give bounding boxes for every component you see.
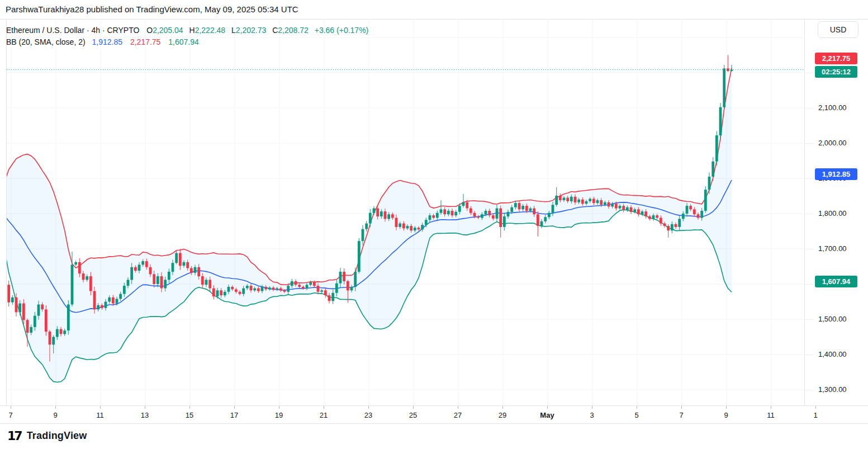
indicator-row: BB (20, SMA, close, 2) 1,912.85 2,217.75…: [6, 36, 372, 48]
close-key: C: [272, 26, 278, 35]
price-axis-tick: [805, 390, 814, 390]
bb-basis-value: 1,912.85: [92, 37, 123, 46]
time-axis-label: 7: [8, 411, 12, 419]
high-key: H: [189, 26, 195, 35]
time-axis-label: 25: [409, 411, 417, 419]
price-axis-tick: [805, 178, 814, 179]
time-axis-label: 19: [275, 411, 283, 419]
time-axis-tick: [11, 406, 11, 409]
time-axis-label: 17: [230, 411, 238, 419]
footer-bar: 17 TradingView: [0, 424, 868, 449]
time-axis-tick: [55, 406, 56, 409]
bb-upper-value: 2,217.75: [130, 37, 161, 46]
change-value: +3.66 (+0.17%): [315, 26, 369, 35]
price-axis-tick: [805, 214, 814, 214]
attribution-text: ParshwaTurakhiya28 published on TradingV…: [6, 4, 298, 14]
time-axis-label: 1: [813, 411, 817, 419]
price-axis-tick: [805, 73, 814, 73]
price-axis-label: 1,700.00: [818, 245, 847, 253]
candlestick-chart[interactable]: [7, 20, 805, 405]
time-axis-label: 11: [767, 411, 775, 419]
price-axis-tick: [805, 249, 814, 249]
high-value: 2,222.48: [195, 26, 226, 35]
time-axis-label: 21: [320, 411, 328, 419]
time-axis-tick: [145, 406, 145, 409]
time-axis-label: 13: [141, 411, 149, 419]
price-axis-label: 1,400.00: [818, 351, 847, 358]
time-axis-tick: [771, 406, 771, 409]
close-value: 2,208.72: [278, 26, 309, 35]
tradingview-logo[interactable]: 17 TradingView: [7, 429, 87, 443]
time-axis-tick: [592, 406, 592, 409]
time-axis-label: 15: [186, 411, 193, 419]
time-axis-tick: [189, 406, 190, 409]
currency-button[interactable]: USD: [818, 21, 858, 38]
chart-legend: Ethereum / U.S. Dollar · 4h · CRYPTO O2,…: [6, 25, 372, 48]
price-axis-label: 2,100.00: [818, 104, 847, 112]
time-axis-label: 29: [499, 411, 506, 419]
time-axis-label: 27: [454, 411, 462, 419]
price-axis-label: 2,000.00: [818, 139, 847, 147]
attribution-bar: ParshwaTurakhiya28 published on TradingV…: [0, 0, 868, 20]
low-value: 2,202.73: [236, 26, 267, 35]
price-axis-tick: [805, 355, 814, 355]
time-axis-label: 3: [590, 411, 594, 419]
time-axis[interactable]: 7911131517192123252729May3579111: [0, 405, 868, 424]
time-axis-tick: [681, 406, 682, 409]
time-axis-label: 9: [53, 411, 57, 419]
time-axis-tick: [726, 406, 727, 409]
symbol-title[interactable]: Ethereum / U.S. Dollar · 4h · CRYPTO: [6, 26, 139, 35]
price-axis-label: 1,300.00: [818, 386, 847, 394]
bb-upper-badge: 2,217.75: [815, 53, 857, 64]
tradingview-logo-text: TradingView: [27, 430, 87, 442]
price-axis[interactable]: USD 2,200.002,100.002,000.001,900.001,80…: [805, 20, 868, 405]
price-axis-tick: [805, 108, 814, 108]
price-axis-tick: [805, 319, 814, 320]
symbol-row: Ethereum / U.S. Dollar · 4h · CRYPTO O2,…: [6, 25, 372, 36]
time-axis-tick: [324, 406, 324, 409]
tradingview-logo-icon: 17: [7, 429, 21, 443]
time-axis-tick: [100, 406, 101, 409]
open-value: 2,205.04: [153, 26, 183, 35]
chart-pane[interactable]: [6, 20, 805, 405]
tradingview-shared-chart: ParshwaTurakhiya28 published on TradingV…: [0, 0, 868, 449]
low-key: L: [231, 26, 236, 35]
time-axis-label: 7: [679, 411, 683, 419]
time-axis-label: 11: [96, 411, 104, 419]
time-axis-tick: [413, 406, 414, 409]
open-key: O: [146, 26, 153, 35]
time-axis-tick: [234, 406, 235, 409]
time-axis-label: 5: [634, 411, 638, 419]
bb-basis-badge: 1,912.85: [815, 168, 857, 180]
time-axis-label: 9: [724, 411, 728, 419]
price-axis-label: 1,500.00: [818, 315, 847, 323]
time-axis-tick: [815, 406, 816, 409]
price-axis-tick: [805, 284, 814, 285]
bb-lower-value: 1,607.94: [168, 37, 199, 46]
bb-lower-badge: 1,607.94: [815, 276, 857, 287]
time-axis-tick: [368, 406, 369, 409]
time-axis-label: 23: [364, 411, 372, 419]
price-axis-tick: [805, 143, 814, 144]
indicator-title[interactable]: BB (20, SMA, close, 2): [6, 37, 86, 46]
time-axis-tick: [458, 406, 458, 409]
time-axis-tick: [547, 406, 548, 409]
time-axis-tick: [637, 406, 637, 409]
time-axis-label: May: [540, 411, 554, 419]
time-axis-tick: [502, 406, 503, 409]
time-axis-tick: [279, 406, 279, 409]
countdown-badge: 02:25:12: [815, 66, 857, 78]
price-axis-label: 1,800.00: [818, 210, 847, 218]
